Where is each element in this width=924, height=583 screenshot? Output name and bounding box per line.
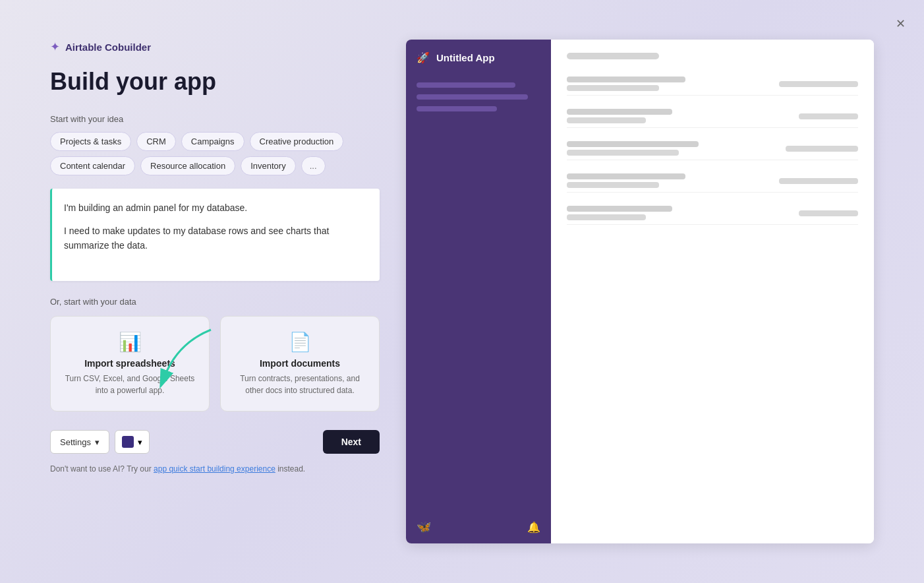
toolbar-left: Settings ▾ ▾ bbox=[50, 430, 150, 454]
import-documents-desc: Turn contracts, presentations, and other… bbox=[231, 373, 368, 396]
document-icon: 📄 bbox=[289, 331, 312, 353]
settings-label: Settings bbox=[60, 437, 91, 447]
idea-textarea[interactable]: I'm building an admin panel for my datab… bbox=[50, 189, 380, 281]
close-button[interactable]: ✕ bbox=[891, 15, 910, 33]
row-bar-short-2 bbox=[567, 117, 646, 123]
app-title: Untitled App bbox=[436, 52, 495, 63]
tag-projects-tasks[interactable]: Projects & tasks bbox=[50, 132, 131, 151]
import-cards: 📊 Import spreadsheets Turn CSV, Excel, a… bbox=[50, 316, 380, 412]
footer-text: Don't want to use AI? Try our app quick … bbox=[50, 464, 380, 474]
app-preview: 🚀 Untitled App 🦋 🔔 bbox=[406, 40, 874, 543]
row-bar-short-4 bbox=[567, 182, 659, 188]
row-bar-long-3 bbox=[567, 141, 699, 147]
idea-text-content: I'm building an admin panel for my datab… bbox=[64, 200, 368, 253]
row-bar-right-5 bbox=[799, 210, 858, 216]
table-row bbox=[567, 105, 858, 128]
rocket-icon: 🚀 bbox=[417, 51, 430, 64]
tags-container: Projects & tasks CRM Campaigns Creative … bbox=[50, 132, 380, 175]
table-row bbox=[567, 169, 858, 193]
row-bar-short-3 bbox=[567, 150, 679, 156]
app-top-placeholder bbox=[567, 53, 659, 59]
row-bar-long-5 bbox=[567, 206, 672, 212]
sidebar-bar-2 bbox=[417, 94, 528, 100]
row-bar-right-2 bbox=[799, 113, 858, 119]
import-spreadsheets-desc: Turn CSV, Excel, and Google Sheets into … bbox=[61, 373, 198, 396]
app-content-rows bbox=[567, 73, 858, 225]
row-bar-short-5 bbox=[567, 214, 646, 220]
butterfly-icon: 🦋 bbox=[417, 520, 431, 534]
tag-campaigns[interactable]: Campaigns bbox=[181, 132, 245, 151]
row-bar-short-1 bbox=[567, 85, 659, 91]
import-spreadsheets-card[interactable]: 📊 Import spreadsheets Turn CSV, Excel, a… bbox=[50, 316, 210, 412]
bottom-toolbar: Settings ▾ ▾ Next bbox=[50, 430, 380, 454]
idea-line-1: I'm building an admin panel for my datab… bbox=[64, 200, 368, 215]
tag-resource-allocation[interactable]: Resource allocation bbox=[140, 156, 235, 175]
row-bar-long-2 bbox=[567, 109, 672, 115]
color-swatch bbox=[122, 436, 134, 448]
tag-more[interactable]: ... bbox=[301, 156, 326, 175]
app-top-bar bbox=[567, 53, 858, 59]
next-button[interactable]: Next bbox=[323, 430, 380, 454]
sidebar-footer: 🦋 🔔 bbox=[406, 510, 551, 543]
footer-prefix: Don't want to use AI? Try our bbox=[50, 464, 154, 474]
row-bar-right-1 bbox=[779, 81, 858, 87]
table-row bbox=[567, 137, 858, 160]
airtable-logo-icon: ✦ bbox=[50, 40, 60, 54]
data-section-label: Or, start with your data bbox=[50, 297, 380, 307]
idea-line-2: I need to make updates to my database ro… bbox=[64, 224, 368, 253]
row-left-1 bbox=[567, 77, 685, 91]
tag-inventory[interactable]: Inventory bbox=[241, 156, 295, 175]
bell-icon: 🔔 bbox=[527, 521, 540, 534]
left-panel: ✦ Airtable Cobuilder Build your app Star… bbox=[50, 40, 406, 543]
sidebar-bar-3 bbox=[417, 106, 497, 111]
app-sidebar: 🚀 Untitled App 🦋 🔔 bbox=[406, 40, 551, 543]
row-left-4 bbox=[567, 173, 685, 188]
tag-crm[interactable]: CRM bbox=[136, 132, 176, 151]
row-left-5 bbox=[567, 206, 672, 220]
import-spreadsheets-title: Import spreadsheets bbox=[84, 358, 175, 369]
row-bar-right-3 bbox=[786, 146, 858, 152]
chevron-down-icon: ▾ bbox=[95, 437, 100, 447]
table-row bbox=[567, 202, 858, 225]
row-bar-long-4 bbox=[567, 173, 685, 179]
sidebar-nav-bars bbox=[406, 76, 551, 510]
sidebar-bar-1 bbox=[417, 82, 515, 88]
tag-creative-production[interactable]: Creative production bbox=[250, 132, 344, 151]
spreadsheet-icon: 📊 bbox=[119, 331, 142, 353]
row-left-2 bbox=[567, 109, 672, 123]
table-row bbox=[567, 73, 858, 96]
brand-name: Airtable Cobuilder bbox=[65, 42, 151, 53]
app-main-content bbox=[551, 40, 874, 543]
tag-content-calendar[interactable]: Content calendar bbox=[50, 156, 135, 175]
brand-header: ✦ Airtable Cobuilder bbox=[50, 40, 380, 54]
import-documents-title: Import documents bbox=[260, 358, 340, 369]
row-bar-long-1 bbox=[567, 77, 685, 82]
footer-suffix: instead. bbox=[275, 464, 305, 474]
settings-button[interactable]: Settings ▾ bbox=[50, 430, 109, 454]
idea-section-label: Start with your idea bbox=[50, 114, 380, 124]
color-chevron-icon: ▾ bbox=[138, 437, 142, 447]
row-left-3 bbox=[567, 141, 699, 156]
footer-link[interactable]: app quick start building experience bbox=[154, 464, 275, 474]
color-button[interactable]: ▾ bbox=[115, 430, 150, 454]
page-title: Build your app bbox=[50, 67, 380, 96]
app-header: 🚀 Untitled App bbox=[406, 40, 551, 76]
import-documents-card[interactable]: 📄 Import documents Turn contracts, prese… bbox=[220, 316, 380, 412]
row-bar-right-4 bbox=[779, 178, 858, 184]
